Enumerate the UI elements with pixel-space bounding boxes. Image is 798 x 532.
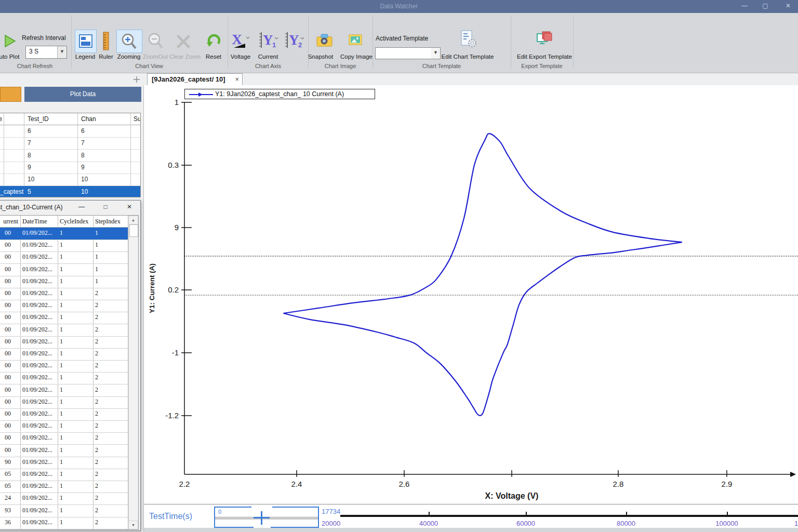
grid-row[interactable]: 0001/09/202...11 [0,276,128,288]
divider [71,15,72,68]
tab-close-icon[interactable]: × [235,75,239,83]
voltage-axis-button[interactable]: X [231,31,251,54]
cell: 00 [0,374,11,381]
cell: 1 [60,362,63,369]
edit-chart-template-button[interactable] [459,30,478,51]
grid-row[interactable]: 0001/09/202...11 [0,228,128,240]
grid-row[interactable]: 2401/09/202...12 [0,493,128,505]
grid-row[interactable]: 0001/09/202...12 [0,300,128,312]
legend-button[interactable] [75,30,97,53]
cell: 1 [60,241,63,249]
ruler-button[interactable] [102,32,110,52]
tab-label: [9Jan2026_captest/ 10] [152,75,225,83]
minimize-icon[interactable]: — [737,2,752,9]
scrollbar-thumb[interactable] [129,224,138,237]
cell: 2 [95,494,98,502]
plot-data-button[interactable]: Plot Data [24,87,141,102]
edit-export-template-button[interactable] [536,30,554,51]
auto-plot-button[interactable] [3,34,17,50]
zooming-button[interactable] [116,30,142,53]
data-window[interactable]: st_chan_10-Current (A) — □ ✕ urrentDateT… [0,200,141,531]
group-export-template: Export Template [511,63,573,69]
table-row[interactable]: 66 [0,125,140,138]
y-tick-label: 0.2 [168,285,179,294]
grid-row[interactable]: 0501/09/202...12 [0,469,128,481]
pin-icon[interactable] [133,76,140,83]
ruler-label: Ruler [98,54,114,60]
grid-row[interactable]: 0001/09/202...12 [0,372,128,384]
grid-row[interactable]: 0001/09/202...12 [0,288,128,300]
snapshot-button[interactable] [316,33,334,50]
window-maximize-icon[interactable]: □ [100,203,111,210]
cell: 00 [0,338,11,345]
grid-row[interactable]: 0001/09/202...12 [0,312,128,324]
play-icon [3,34,17,48]
data-grid[interactable]: urrentDateTimeCycleIndexStepIndex0001/09… [0,215,139,530]
chevron-down-icon[interactable]: ▼ [57,46,66,58]
table-row[interactable]: 88 [0,150,140,162]
grid-row[interactable]: 0001/09/202...12 [0,324,128,337]
grid-row[interactable]: 0001/09/202...12 [0,360,128,373]
grid-row[interactable]: 9301/09/202...12 [0,505,128,517]
grid-row[interactable]: 0001/09/202...12 [0,384,128,397]
cell: 1 [60,265,63,273]
scroll-down-button[interactable]: ▼ [128,521,138,529]
grid-row[interactable]: 0001/09/202...12 [0,348,128,361]
table-row[interactable]: 99 [0,162,140,174]
cell: 1 [60,253,63,261]
tab-chart[interactable]: [9Jan2026_captest/ 10] × [147,73,243,86]
cell: 01/09/202... [22,289,52,297]
grid-col-header: DateTime [22,218,56,225]
grid-row[interactable]: 0001/09/202...12 [0,396,128,409]
window-minimize-icon[interactable]: — [76,203,87,210]
collapse-button[interactable] [0,87,21,102]
refresh-interval-combo[interactable]: 3 S ▼ [25,46,67,59]
table-row[interactable]: 1010 [0,174,140,186]
cell: 1 [60,518,63,526]
y-tick-label: 9 [175,223,179,232]
grid-row[interactable]: 3601/09/202...12 [0,517,128,529]
scroll-up-button[interactable]: ▲ [128,216,138,224]
cell: 90 [0,458,11,466]
edit-chart-template-icon [459,30,478,49]
time-axis-label: 120000 [794,520,798,527]
grid-row[interactable]: 0001/09/202...11 [0,240,128,252]
copy-image-button[interactable] [348,33,365,50]
reset-button[interactable] [206,32,222,51]
close-icon[interactable]: ✕ [780,2,796,9]
grid-row[interactable]: 0001/09/202...11 [0,264,128,276]
current-axis-button[interactable]: Y 1 [258,31,280,54]
window-close-icon[interactable]: ✕ [124,203,135,210]
grid-row[interactable]: 0001/09/202...12 [0,336,128,349]
divider [228,15,228,68]
time-range-slider[interactable]: 0 [214,507,319,528]
activated-template-combo[interactable]: ▼ [375,47,441,59]
cell: 01/09/202... [22,386,52,394]
zoomout-label: ZoomOut [143,54,168,60]
slider-handle-h[interactable] [254,517,270,518]
zoomout-button[interactable] [147,31,165,53]
cell: 1 [60,494,63,502]
cell: 1 [60,470,63,478]
cell: 01/09/202... [22,422,52,430]
grid-row[interactable]: 0001/09/202...12 [0,445,128,457]
grid-row[interactable]: 9001/09/202...12 [0,457,128,469]
test-table[interactable]: eTest_IDChanSu667788991010_captest510 [0,113,141,197]
grid-row[interactable]: 0001/09/202...12 [0,420,128,433]
table-row[interactable]: 77 [0,137,140,150]
scrollbar[interactable] [128,216,139,529]
y2-axis-icon: Y 2 [284,31,305,51]
grid-row[interactable]: 0001/09/202...12 [0,408,128,421]
grid-row[interactable]: 0001/09/202...12 [0,432,128,445]
cell: 01/09/202... [22,494,52,502]
time-axis-label: 80000 [617,520,635,527]
maximize-icon[interactable]: ▢ [757,2,773,9]
svg-text:X: X [232,31,242,47]
grid-row[interactable]: 0501/09/202...12 [0,481,128,493]
auto-plot-label: uto Plot [0,54,22,60]
clear-zoom-button[interactable] [176,34,191,51]
x-tick-label: 2.8 [613,480,624,488]
grid-row[interactable]: 0001/09/202...11 [0,251,128,264]
y2-axis-button[interactable]: Y 2 [284,31,305,54]
table-row[interactable]: _captest510 [0,186,140,198]
